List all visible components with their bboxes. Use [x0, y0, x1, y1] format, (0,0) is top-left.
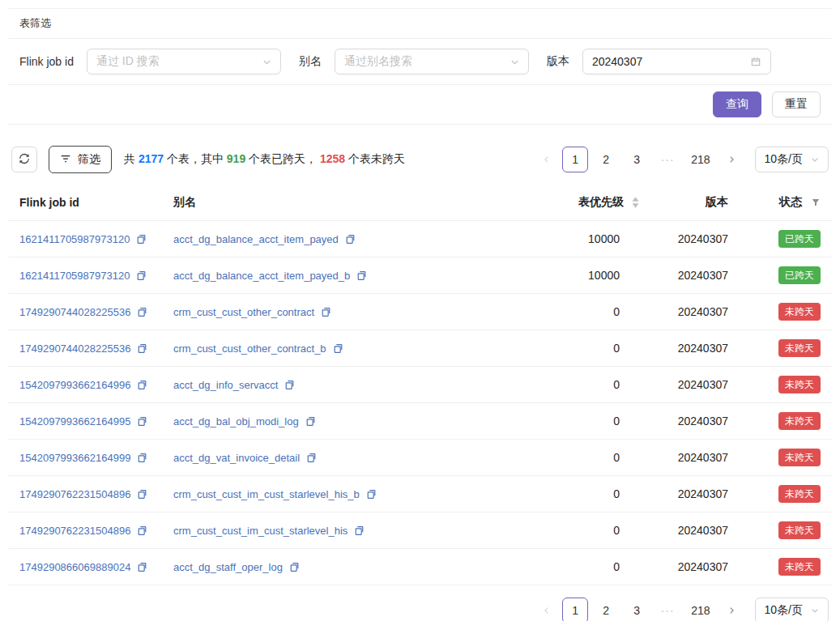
- alias-select[interactable]: 通过别名搜索: [335, 49, 529, 74]
- page-button[interactable]: 1: [562, 598, 588, 621]
- version-date-input[interactable]: 20240307: [582, 49, 771, 74]
- col-label: Flink job id: [19, 196, 79, 209]
- row-alias-link[interactable]: acct_dg_balance_acct_item_payed_b: [173, 270, 350, 282]
- copy-icon[interactable]: [136, 234, 147, 245]
- status-badge: 未跨天: [778, 449, 821, 467]
- copy-icon[interactable]: [137, 525, 147, 536]
- prev-page-button[interactable]: [536, 598, 557, 621]
- copy-icon[interactable]: [354, 525, 365, 536]
- alias-label: 别名: [299, 54, 322, 69]
- row-priority: 0: [516, 440, 646, 476]
- row-id-link[interactable]: 1542097993662164999: [19, 452, 130, 464]
- copy-icon[interactable]: [284, 380, 295, 390]
- copy-icon[interactable]: [137, 453, 147, 463]
- copy-icon[interactable]: [366, 489, 377, 500]
- version-date-value: 20240307: [592, 55, 750, 68]
- page-button[interactable]: 2: [593, 147, 619, 172]
- table-row: 1749290866069889024 acct_dg_staff_oper_l…: [8, 549, 832, 585]
- row-alias-link[interactable]: acct_dg_staff_oper_log: [173, 561, 283, 573]
- query-button[interactable]: 查询: [713, 91, 761, 117]
- page-size-label: 10条/页: [765, 152, 803, 167]
- sort-icon[interactable]: [632, 197, 639, 208]
- row-id-link[interactable]: 1749290762231504896: [19, 525, 130, 537]
- column-filter-icon[interactable]: [811, 198, 821, 207]
- row-alias-link[interactable]: crm_cust_cust_im_cust_starlevel_his_b: [173, 488, 360, 500]
- copy-icon[interactable]: [289, 562, 300, 572]
- row-id-link[interactable]: 1749290762231504896: [19, 488, 130, 500]
- row-version: 20240307: [646, 367, 735, 403]
- copy-icon[interactable]: [305, 416, 316, 427]
- results-table: Flink job id 别名 表优先级 版本 状态: [8, 183, 832, 585]
- copy-icon[interactable]: [333, 343, 343, 354]
- row-version: 20240307: [646, 513, 735, 549]
- table-row: 1542097993662164995 acct_dg_bal_obj_modi…: [8, 403, 832, 440]
- row-alias-link[interactable]: acct_dg_balance_acct_item_payed: [173, 233, 339, 245]
- page-size-select[interactable]: 10条/页: [755, 147, 829, 172]
- copy-icon[interactable]: [306, 453, 317, 463]
- footer: 123···218 10条/页: [11, 598, 829, 621]
- total-count: 2177: [139, 152, 164, 165]
- prev-page-button[interactable]: [536, 147, 557, 172]
- row-version: 20240307: [646, 440, 735, 476]
- pagination-pages: 123···218: [562, 598, 715, 621]
- row-id-link[interactable]: 1621411705987973120: [19, 233, 130, 245]
- filter-actions-row: 查询 重置: [8, 85, 832, 125]
- row-id-link[interactable]: 1621411705987973120: [19, 270, 130, 282]
- copy-icon[interactable]: [345, 234, 356, 245]
- row-alias-link[interactable]: acct_dg_info_servacct: [173, 379, 278, 391]
- row-alias-link[interactable]: crm_cust_cust_other_contract: [173, 306, 314, 318]
- copy-icon[interactable]: [321, 307, 331, 317]
- table-row: 1621411705987973120 acct_dg_balance_acct…: [8, 221, 832, 257]
- copy-icon[interactable]: [137, 307, 147, 317]
- copy-icon[interactable]: [356, 270, 367, 281]
- page-button[interactable]: 3: [624, 147, 650, 172]
- status-badge: 未跨天: [778, 412, 821, 431]
- refresh-button[interactable]: [11, 147, 37, 172]
- col-label: 版本: [706, 195, 728, 208]
- page-button[interactable]: 2: [593, 598, 619, 621]
- flink-id-placeholder: 通过 ID 搜索: [96, 54, 262, 69]
- page-size-select[interactable]: 10条/页: [755, 598, 829, 621]
- copy-icon[interactable]: [137, 416, 147, 427]
- page: 表筛选 Flink job id 通过 ID 搜索 别名 通过别名搜索 版本 2…: [0, 0, 840, 621]
- copy-icon[interactable]: [137, 380, 147, 390]
- row-id-link[interactable]: 1749290744028225536: [19, 342, 130, 355]
- flink-id-select[interactable]: 通过 ID 搜索: [87, 49, 281, 74]
- reset-button[interactable]: 重置: [772, 91, 821, 117]
- table-row: 1749290762231504896 crm_cust_cust_im_cus…: [8, 476, 832, 513]
- page-button[interactable]: 218: [685, 147, 715, 172]
- copy-icon[interactable]: [136, 270, 147, 281]
- alias-placeholder: 通过别名搜索: [344, 54, 510, 69]
- next-page-button[interactable]: [721, 598, 742, 621]
- row-alias-link[interactable]: crm_cust_cust_other_contract_b: [173, 342, 326, 355]
- page-button[interactable]: 1: [562, 147, 588, 172]
- page-button[interactable]: 218: [685, 598, 715, 621]
- col-flink-job-id: Flink job id: [8, 183, 167, 221]
- table-row: 1621411705987973120 acct_dg_balance_acct…: [8, 257, 832, 294]
- status-badge: 未跨天: [778, 521, 821, 540]
- copy-icon[interactable]: [137, 489, 147, 500]
- next-page-button[interactable]: [721, 147, 742, 172]
- page-button[interactable]: 3: [624, 598, 650, 621]
- copy-icon[interactable]: [137, 343, 147, 354]
- toolbar: 筛选 共 2177 个表，其中 919 个表已跨天， 1258 个表未跨天 12…: [11, 146, 829, 173]
- row-alias-link[interactable]: crm_cust_cust_im_cust_starlevel_his: [173, 525, 348, 537]
- col-priority[interactable]: 表优先级: [516, 183, 646, 221]
- filter-fields-row: Flink job id 通过 ID 搜索 别名 通过别名搜索 版本 20240…: [8, 39, 832, 85]
- row-priority: 10000: [516, 257, 646, 294]
- status-badge: 未跨天: [778, 376, 821, 394]
- row-id-link[interactable]: 1542097993662164995: [19, 415, 130, 427]
- row-alias-link[interactable]: acct_dg_bal_obj_modi_log: [173, 415, 299, 427]
- copy-icon[interactable]: [137, 562, 147, 572]
- row-priority: 0: [516, 367, 646, 403]
- row-version: 20240307: [646, 403, 735, 440]
- filter-toggle-button[interactable]: 筛选: [49, 146, 112, 173]
- row-priority: 0: [516, 403, 646, 440]
- row-id-link[interactable]: 1542097993662164996: [19, 379, 130, 391]
- row-id-link[interactable]: 1749290866069889024: [19, 561, 130, 573]
- row-version: 20240307: [646, 257, 735, 294]
- row-id-link[interactable]: 1749290744028225536: [19, 306, 130, 318]
- row-alias-link[interactable]: acct_dg_vat_invoice_detail: [173, 452, 300, 464]
- row-priority: 0: [516, 294, 646, 330]
- page-ellipsis: ···: [655, 598, 680, 621]
